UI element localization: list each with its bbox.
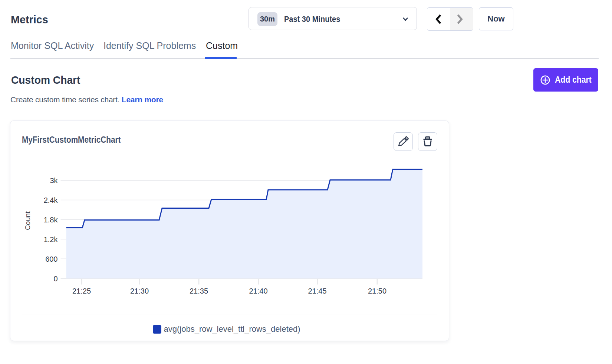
- svg-text:1.8k: 1.8k: [44, 216, 58, 224]
- svg-text:21:25: 21:25: [72, 287, 91, 295]
- svg-text:21:50: 21:50: [368, 287, 386, 295]
- svg-text:21:30: 21:30: [130, 287, 149, 295]
- svg-text:21:45: 21:45: [308, 287, 326, 295]
- svg-text:21:35: 21:35: [190, 287, 208, 295]
- svg-text:2.4k: 2.4k: [44, 196, 58, 204]
- svg-text:600: 600: [45, 255, 57, 263]
- svg-text:21:40: 21:40: [249, 287, 267, 295]
- svg-text:1.2k: 1.2k: [44, 235, 58, 244]
- svg-text:3k: 3k: [50, 176, 58, 185]
- svg-text:0: 0: [53, 275, 57, 283]
- svg-text:Count: Count: [24, 211, 32, 230]
